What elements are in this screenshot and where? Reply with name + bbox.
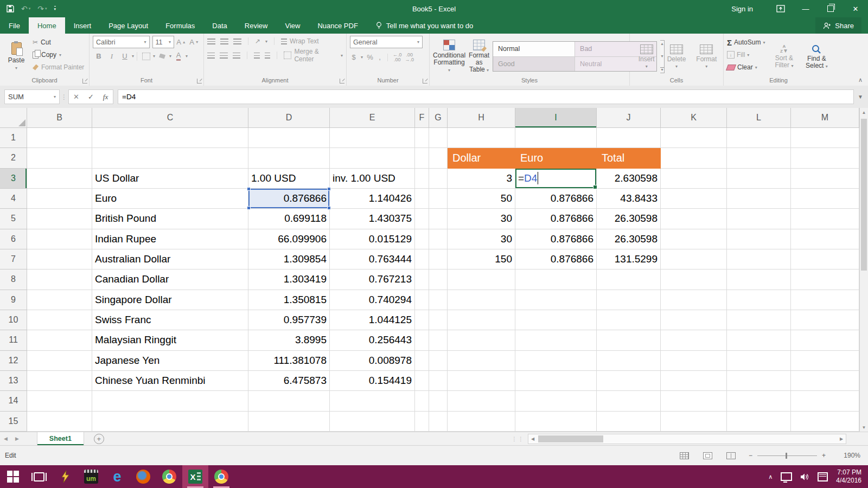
cell-B12[interactable] [27,351,92,371]
cell-J2[interactable]: Total [597,148,661,168]
cell-J15[interactable] [597,412,661,432]
cell-K1[interactable] [661,128,727,148]
increase-indent-icon[interactable] [265,53,271,59]
cell-C14[interactable] [92,391,248,411]
cell-H6[interactable]: 30 [448,229,515,249]
font-name-select[interactable]: Calibri▾ [93,36,150,48]
cell-B5[interactable] [27,209,92,229]
cell-G12[interactable] [429,351,448,371]
cell-L4[interactable] [727,189,791,209]
zoom-slider-thumb[interactable] [786,453,787,459]
zoom-slider[interactable] [757,455,817,456]
font-color-button[interactable]: A [173,50,184,62]
cell-D8[interactable]: 1.303419 [248,269,330,290]
cell-D1[interactable] [248,128,330,148]
merge-center-button[interactable]: Merge & Center▾ [284,50,343,61]
percent-style-button[interactable]: % [366,52,374,63]
cell-H1[interactable] [448,128,515,148]
cell-K5[interactable] [661,209,727,229]
sign-in-link[interactable]: Sign in [731,5,753,13]
vertical-scroll-thumb[interactable] [861,119,867,271]
cell-I6[interactable]: 0.876866 [515,229,597,249]
tab-data[interactable]: Data [203,17,235,34]
align-bottom-icon[interactable] [233,38,241,44]
cell-H10[interactable] [448,310,515,330]
cell-G14[interactable] [429,391,448,411]
taskbar-edge[interactable]: e [104,465,130,488]
cell-C5[interactable]: British Pound [92,209,248,229]
cell-G13[interactable] [429,371,448,391]
cell-E2[interactable] [330,148,415,168]
cell-B3[interactable] [27,169,92,189]
cell-M8[interactable] [791,269,859,290]
tab-view[interactable]: View [276,17,309,34]
row-header-3[interactable]: 3 [0,169,27,189]
cell-M5[interactable] [791,209,859,229]
column-header-L[interactable]: L [727,108,791,128]
cell-F14[interactable] [415,391,429,411]
align-middle-icon[interactable] [220,38,228,44]
cell-I5[interactable]: 0.876866 [515,209,597,229]
cell-E14[interactable] [330,391,415,411]
cell-F5[interactable] [415,209,429,229]
format-painter-button[interactable]: Format Painter [33,62,84,73]
tab-home[interactable]: Home [29,17,65,34]
taskbar-excel[interactable]: X [182,465,208,488]
comma-style-button[interactable]: , [377,52,382,63]
cell-E3[interactable]: inv. 1.00 USD [330,169,415,189]
cell-D11[interactable]: 3.8995 [248,330,330,350]
cell-C7[interactable]: Australian Dollar [92,249,248,269]
cell-B10[interactable] [27,310,92,330]
row-header-2[interactable]: 2 [0,148,27,168]
align-left-icon[interactable] [207,53,215,59]
sort-filter-button[interactable]: AZ▼ Sort &Filter ▾ [768,37,800,77]
cell-M6[interactable] [791,229,859,249]
start-button[interactable] [0,465,26,488]
cell-D5[interactable]: 0.699118 [248,209,330,229]
style-normal[interactable]: Normal [493,42,575,56]
cell-G4[interactable] [429,189,448,209]
minimize-button[interactable]: — [793,0,818,17]
cell-I12[interactable] [515,351,597,371]
cell-E6[interactable]: 0.015129 [330,229,415,249]
cell-J7[interactable]: 131.5299 [597,249,661,269]
orientation-icon[interactable]: ↗ [255,37,260,45]
cell-H14[interactable] [448,391,515,411]
cell-K7[interactable] [661,249,727,269]
cell-L6[interactable] [727,229,791,249]
cell-E9[interactable]: 0.740294 [330,290,415,310]
number-dialog-launcher[interactable] [423,79,427,84]
cell-J9[interactable] [597,290,661,310]
cell-M10[interactable] [791,310,859,330]
tab-splitter-grip[interactable]: ⋮⋮ [512,436,525,442]
style-good[interactable]: Good [493,57,575,72]
zoom-in-button[interactable]: + [822,452,826,459]
cell-L11[interactable] [727,330,791,350]
cell-B8[interactable] [27,269,92,290]
cell-J1[interactable] [597,128,661,148]
grow-font-button[interactable]: A▲ [175,36,187,48]
taskbar-chrome[interactable] [156,465,182,488]
cell-J3[interactable]: 2.630598 [597,169,661,189]
scroll-down-icon[interactable]: ▼ [860,423,868,432]
page-layout-view-button[interactable] [703,452,712,459]
cell-G7[interactable] [429,249,448,269]
format-cells-button[interactable]: Format▾ [693,36,720,77]
normal-view-button[interactable] [680,452,689,459]
taskbar-clock[interactable]: 7:07 PM 4/4/2016 [836,468,861,485]
scroll-right-icon[interactable]: ▶ [837,436,846,441]
borders-button[interactable] [140,50,152,62]
cell-I13[interactable] [515,371,597,391]
row-header-14[interactable]: 14 [0,391,27,411]
cell-E1[interactable] [330,128,415,148]
cell-K14[interactable] [661,391,727,411]
undo-icon[interactable]: ↶▾ [21,4,30,13]
cell-K2[interactable] [661,148,727,168]
cell-C6[interactable]: Indian Rupee [92,229,248,249]
column-header-E[interactable]: E [330,108,415,128]
column-header-G[interactable]: G [429,108,448,128]
cell-E15[interactable] [330,412,415,432]
number-format-select[interactable]: General▾ [350,36,423,48]
cell-L9[interactable] [727,290,791,310]
cell-J13[interactable] [597,371,661,391]
